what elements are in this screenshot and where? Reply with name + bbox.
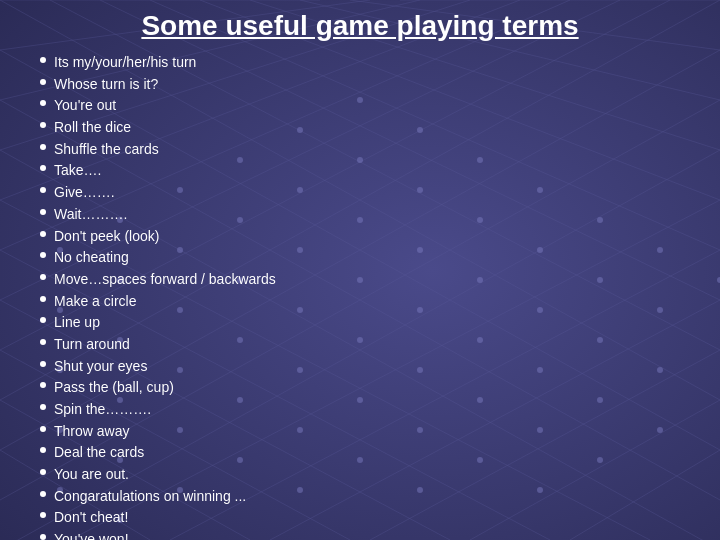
term-text: Spin the……….: [54, 399, 151, 421]
term-text: Line up: [54, 312, 100, 334]
term-text: Pass the (ball, cup): [54, 377, 174, 399]
bullet-icon: [40, 296, 46, 302]
list-item: No cheating: [40, 247, 680, 269]
term-text: Give…….: [54, 182, 115, 204]
list-item: Throw away: [40, 421, 680, 443]
list-item: You're out: [40, 95, 680, 117]
term-text: Make a circle: [54, 291, 136, 313]
bullet-icon: [40, 447, 46, 453]
bullet-icon: [40, 382, 46, 388]
terms-list: Its my/your/her/his turnWhose turn is it…: [40, 52, 680, 540]
list-item: Congaratulations on winning ...: [40, 486, 680, 508]
bullet-icon: [40, 100, 46, 106]
list-item: Spin the……….: [40, 399, 680, 421]
bullet-icon: [40, 426, 46, 432]
term-text: Shut your eyes: [54, 356, 147, 378]
bullet-icon: [40, 469, 46, 475]
list-item: Deal the cards: [40, 442, 680, 464]
list-item: Whose turn is it?: [40, 74, 680, 96]
list-item: You are out.: [40, 464, 680, 486]
term-text: Deal the cards: [54, 442, 144, 464]
term-text: You've won!: [54, 529, 129, 540]
bullet-icon: [40, 361, 46, 367]
list-item: Pass the (ball, cup): [40, 377, 680, 399]
list-item: Shuffle the cards: [40, 139, 680, 161]
list-item: You've won!: [40, 529, 680, 540]
term-text: Turn around: [54, 334, 130, 356]
bullet-icon: [40, 252, 46, 258]
term-text: You are out.: [54, 464, 129, 486]
term-text: Its my/your/her/his turn: [54, 52, 196, 74]
list-item: Line up: [40, 312, 680, 334]
term-text: Roll the dice: [54, 117, 131, 139]
term-text: You're out: [54, 95, 116, 117]
list-item: Its my/your/her/his turn: [40, 52, 680, 74]
term-text: No cheating: [54, 247, 129, 269]
bullet-icon: [40, 317, 46, 323]
term-text: Don't cheat!: [54, 507, 128, 529]
bullet-icon: [40, 187, 46, 193]
list-item: Move…spaces forward / backwards: [40, 269, 680, 291]
list-item: Turn around: [40, 334, 680, 356]
term-text: Throw away: [54, 421, 129, 443]
bullet-icon: [40, 491, 46, 497]
bullet-icon: [40, 209, 46, 215]
list-item: Wait……….: [40, 204, 680, 226]
page-title: Some useful game playing terms: [40, 10, 680, 42]
list-item: Don't peek (look): [40, 226, 680, 248]
term-text: Take….: [54, 160, 101, 182]
bullet-icon: [40, 57, 46, 63]
bullet-icon: [40, 534, 46, 540]
bullet-icon: [40, 339, 46, 345]
list-item: Take….: [40, 160, 680, 182]
list-item: Give…….: [40, 182, 680, 204]
list-item: Roll the dice: [40, 117, 680, 139]
term-text: Move…spaces forward / backwards: [54, 269, 276, 291]
bullet-icon: [40, 274, 46, 280]
list-item: Shut your eyes: [40, 356, 680, 378]
bullet-icon: [40, 144, 46, 150]
bullet-icon: [40, 122, 46, 128]
term-text: Don't peek (look): [54, 226, 159, 248]
term-text: Whose turn is it?: [54, 74, 158, 96]
list-item: Make a circle: [40, 291, 680, 313]
list-item: Don't cheat!: [40, 507, 680, 529]
main-content: Some useful game playing terms Its my/yo…: [0, 0, 720, 540]
bullet-icon: [40, 165, 46, 171]
bullet-icon: [40, 79, 46, 85]
bullet-icon: [40, 404, 46, 410]
term-text: Shuffle the cards: [54, 139, 159, 161]
bullet-icon: [40, 231, 46, 237]
term-text: Congaratulations on winning ...: [54, 486, 246, 508]
term-text: Wait……….: [54, 204, 127, 226]
bullet-icon: [40, 512, 46, 518]
